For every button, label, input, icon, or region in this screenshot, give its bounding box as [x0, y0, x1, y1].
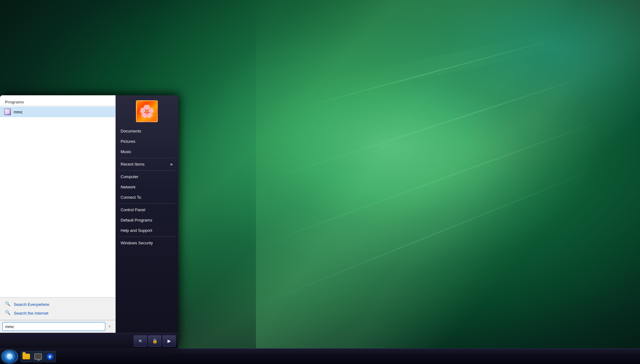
menu-item-default-programs-label: Default Programs — [121, 218, 152, 222]
menu-item-help-and-support[interactable]: Help and Support — [116, 225, 178, 236]
recent-items-arrow-icon: ▶ — [171, 162, 173, 166]
menu-item-pictures-label: Pictures — [121, 139, 135, 144]
search-internet-icon — [5, 310, 11, 316]
light-ray-2 — [264, 74, 591, 182]
separator-1 — [118, 158, 176, 158]
taskbar-ie-icon[interactable] — [44, 351, 56, 362]
start-menu: Programs mmc Search Everywhere — [0, 95, 178, 348]
menu-item-music[interactable]: Music — [116, 147, 178, 157]
user-avatar-section — [116, 95, 178, 125]
menu-item-music-label: Music — [121, 149, 131, 154]
menu-item-computer-label: Computer — [121, 174, 138, 179]
menu-item-network-label: Network — [121, 185, 136, 189]
start-orb — [4, 351, 15, 362]
menu-item-pictures[interactable]: Pictures — [116, 136, 178, 147]
search-everywhere-icon — [5, 301, 11, 307]
right-panel: Documents Pictures Music Recent Items ▶ — [116, 95, 178, 333]
monitor-icon — [34, 353, 42, 360]
menu-item-documents-label: Documents — [121, 129, 141, 133]
arrow-button[interactable]: ▶ — [162, 335, 176, 347]
avatar — [136, 100, 158, 122]
menu-item-computer[interactable]: Computer — [116, 172, 178, 182]
ie-icon — [47, 353, 53, 360]
mmc-icon — [4, 108, 11, 115]
menu-item-recent-items-label: Recent Items — [121, 162, 145, 167]
search-input[interactable] — [2, 322, 105, 331]
menu-body: Programs mmc Search Everywhere — [0, 95, 178, 333]
search-box-area: × — [0, 320, 115, 333]
start-menu-wrapper: Programs mmc Search Everywhere — [0, 95, 178, 348]
menu-item-windows-security-label: Windows Security — [121, 241, 153, 245]
start-menu-bottom: ✕ 🔒 ▶ — [0, 333, 178, 348]
programs-header: Programs — [0, 98, 115, 106]
light-ray-5 — [321, 29, 569, 99]
menu-item-control-panel-label: Control Panel — [121, 207, 145, 212]
mmc-program-icon — [4, 108, 11, 116]
search-clear-button[interactable]: × — [107, 323, 113, 330]
separator-4 — [118, 237, 176, 237]
taskbar-programs — [21, 351, 56, 362]
menu-item-connect-to-label: Connect To — [121, 195, 141, 200]
start-button[interactable] — [1, 350, 18, 363]
power-button[interactable]: ✕ — [134, 335, 147, 347]
light-ray-4 — [239, 161, 616, 314]
left-panel: Programs mmc Search Everywhere — [0, 95, 116, 333]
menu-item-documents[interactable]: Documents — [116, 126, 178, 136]
light-ray-3 — [254, 118, 607, 247]
menu-item-recent-items[interactable]: Recent Items ▶ — [116, 159, 178, 169]
program-item-mmc[interactable]: mmc — [0, 107, 115, 117]
separator-3 — [118, 203, 176, 204]
programs-section: Programs mmc — [0, 95, 115, 297]
right-menu-items: Documents Pictures Music Recent Items ▶ — [116, 125, 178, 333]
menu-item-windows-security[interactable]: Windows Security — [116, 238, 178, 248]
start-orb-inner — [7, 353, 13, 360]
search-internet-link[interactable]: Search the Internet — [4, 309, 112, 317]
taskbar-monitor-icon[interactable] — [32, 351, 44, 362]
program-name-mmc: mmc — [14, 110, 22, 114]
menu-item-network[interactable]: Network — [116, 182, 178, 192]
menu-item-default-programs[interactable]: Default Programs — [116, 215, 178, 225]
taskbar-folder-icon[interactable] — [21, 351, 32, 362]
separator-2 — [118, 170, 176, 171]
menu-item-connect-to[interactable]: Connect To — [116, 192, 178, 202]
search-everywhere-link[interactable]: Search Everywhere — [4, 300, 112, 309]
light-ray-1 — [293, 37, 565, 110]
menu-item-control-panel[interactable]: Control Panel — [116, 205, 178, 215]
search-links-section: Search Everywhere Search the Internet — [0, 297, 115, 320]
bottom-buttons: ✕ 🔒 ▶ — [2, 335, 176, 347]
search-everywhere-label: Search Everywhere — [14, 302, 49, 307]
taskbar — [0, 348, 640, 364]
lock-button[interactable]: 🔒 — [148, 335, 161, 347]
folder-icon — [22, 354, 30, 359]
search-internet-label: Search the Internet — [14, 311, 48, 316]
menu-item-help-and-support-label: Help and Support — [121, 228, 152, 233]
desktop-teal-highlight — [359, 0, 640, 156]
